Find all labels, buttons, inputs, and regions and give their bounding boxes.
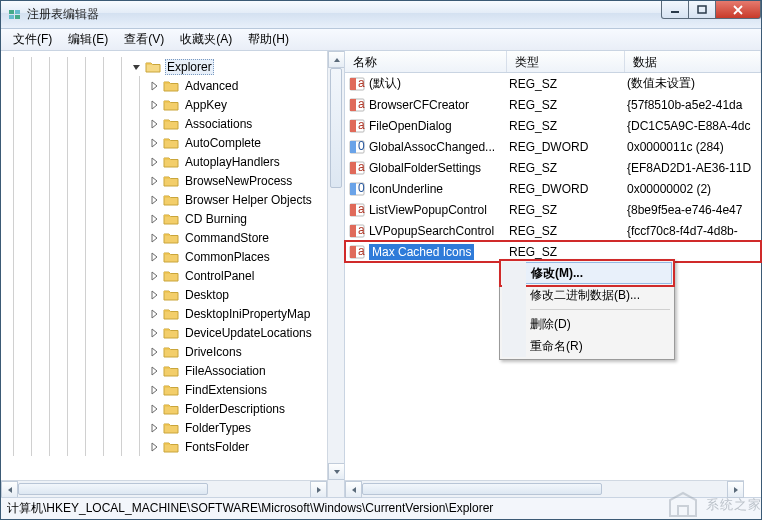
expand-icon[interactable] [149, 251, 161, 263]
menu-view[interactable]: 查看(V) [116, 29, 172, 50]
menu-edit[interactable]: 编辑(E) [60, 29, 116, 50]
expand-icon[interactable] [131, 61, 143, 73]
column-data[interactable]: 数据 [625, 51, 761, 72]
folder-icon [163, 421, 179, 435]
close-button[interactable] [715, 1, 761, 19]
value-data: {EF8AD2D1-AE36-11D [625, 161, 761, 175]
expand-icon[interactable] [149, 137, 161, 149]
tree-node[interactable]: FolderDescriptions [1, 399, 344, 418]
scroll-down-button[interactable] [328, 463, 345, 480]
value-type: REG_SZ [507, 119, 625, 133]
menu-modify-binary[interactable]: 修改二进制数据(B)... [502, 284, 672, 306]
scroll-up-button[interactable] [328, 51, 345, 68]
expand-icon[interactable] [149, 441, 161, 453]
expand-icon[interactable] [149, 422, 161, 434]
expand-icon[interactable] [149, 384, 161, 396]
tree-node-explorer[interactable]: Explorer [1, 57, 344, 76]
list-hscroll[interactable] [345, 480, 744, 497]
tree-node[interactable]: Browser Helper Objects [1, 190, 344, 209]
tree-node[interactable]: DesktopIniPropertyMap [1, 304, 344, 323]
value-type: REG_SZ [507, 245, 625, 259]
scroll-left-button[interactable] [345, 481, 362, 498]
expand-icon[interactable] [149, 175, 161, 187]
expand-icon[interactable] [149, 232, 161, 244]
list-row[interactable]: abFileOpenDialog REG_SZ {DC1C5A9C-E88A-4… [345, 115, 761, 136]
string-icon: ab [349, 76, 365, 92]
expand-icon[interactable] [149, 365, 161, 377]
value-name: (默认) [369, 75, 401, 92]
tree-node[interactable]: FontsFolder [1, 437, 344, 456]
tree-node-label: DesktopIniPropertyMap [183, 307, 312, 321]
tree-node-label: FolderDescriptions [183, 402, 287, 416]
tree-node[interactable]: AppKey [1, 95, 344, 114]
column-name[interactable]: 名称 [345, 51, 507, 72]
menu-delete[interactable]: 删除(D) [502, 313, 672, 335]
expand-icon[interactable] [149, 346, 161, 358]
tree-node[interactable]: BrowseNewProcess [1, 171, 344, 190]
value-data: {8be9f5ea-e746-4e47 [625, 203, 761, 217]
tree-panel: ExplorerAdvancedAppKeyAssociationsAutoCo… [1, 51, 345, 497]
menu-modify[interactable]: 修改(M)... [502, 262, 672, 284]
list-row[interactable]: abBrowserCFCreator REG_SZ {57f8510b-a5e2… [345, 94, 761, 115]
value-data: 0x00000002 (2) [625, 182, 761, 196]
list-row[interactable]: abLVPopupSearchControl REG_SZ {fccf70c8-… [345, 220, 761, 241]
value-data: {DC1C5A9C-E88A-4dc [625, 119, 761, 133]
scroll-right-button[interactable] [727, 481, 744, 498]
tree-node[interactable]: FindExtensions [1, 380, 344, 399]
expand-icon[interactable] [149, 403, 161, 415]
menu-rename[interactable]: 重命名(R) [502, 335, 672, 357]
expand-icon[interactable] [149, 99, 161, 111]
list-row[interactable]: 011IconUnderline REG_DWORD 0x00000002 (2… [345, 178, 761, 199]
folder-icon [163, 117, 179, 131]
expand-icon[interactable] [149, 289, 161, 301]
tree-node[interactable]: Advanced [1, 76, 344, 95]
expand-icon[interactable] [149, 156, 161, 168]
minimize-button[interactable] [661, 1, 689, 19]
context-menu-sep [530, 309, 670, 310]
maximize-button[interactable] [688, 1, 716, 19]
folder-icon [163, 136, 179, 150]
expand-icon[interactable] [149, 194, 161, 206]
expand-icon[interactable] [149, 308, 161, 320]
list-row[interactable]: abListViewPopupControl REG_SZ {8be9f5ea-… [345, 199, 761, 220]
list-row[interactable]: ab(默认) REG_SZ (数值未设置) [345, 73, 761, 94]
tree-node[interactable]: FileAssociation [1, 361, 344, 380]
expand-icon[interactable] [149, 80, 161, 92]
tree-node[interactable]: DeviceUpdateLocations [1, 323, 344, 342]
tree-node-label: FolderTypes [183, 421, 253, 435]
svg-rect-16 [350, 141, 356, 153]
value-name: GlobalAssocChanged... [369, 140, 495, 154]
tree-hscroll[interactable] [1, 480, 327, 497]
tree-node[interactable]: Associations [1, 114, 344, 133]
expand-icon[interactable] [149, 213, 161, 225]
tree-vscroll-thumb[interactable] [330, 68, 342, 188]
list-row[interactable]: 011GlobalAssocChanged... REG_DWORD 0x000… [345, 136, 761, 157]
tree-node[interactable]: AutoplayHandlers [1, 152, 344, 171]
tree-node[interactable]: Desktop [1, 285, 344, 304]
tree-vscroll[interactable] [327, 51, 344, 497]
titlebar[interactable]: 注册表编辑器 [1, 1, 761, 29]
tree-node-label: Associations [183, 117, 254, 131]
value-type: REG_SZ [507, 77, 625, 91]
expand-icon[interactable] [149, 118, 161, 130]
menu-favorites[interactable]: 收藏夹(A) [172, 29, 240, 50]
tree-node[interactable]: AutoComplete [1, 133, 344, 152]
tree-hscroll-thumb[interactable] [18, 483, 208, 495]
scroll-left-button[interactable] [1, 481, 18, 497]
expand-icon[interactable] [149, 270, 161, 282]
tree-node[interactable]: CD Burning [1, 209, 344, 228]
expand-icon[interactable] [149, 327, 161, 339]
menu-help[interactable]: 帮助(H) [240, 29, 297, 50]
scroll-right-button[interactable] [310, 481, 327, 497]
menu-file[interactable]: 文件(F) [5, 29, 60, 50]
tree-node[interactable]: FolderTypes [1, 418, 344, 437]
list-hscroll-thumb[interactable] [362, 483, 602, 495]
value-type: REG_SZ [507, 161, 625, 175]
column-type[interactable]: 类型 [507, 51, 625, 72]
tree-node[interactable]: DriveIcons [1, 342, 344, 361]
list-row[interactable]: abGlobalFolderSettings REG_SZ {EF8AD2D1-… [345, 157, 761, 178]
tree-node[interactable]: CommandStore [1, 228, 344, 247]
dword-icon: 011 [349, 181, 365, 197]
tree-node[interactable]: ControlPanel [1, 266, 344, 285]
tree-node[interactable]: CommonPlaces [1, 247, 344, 266]
